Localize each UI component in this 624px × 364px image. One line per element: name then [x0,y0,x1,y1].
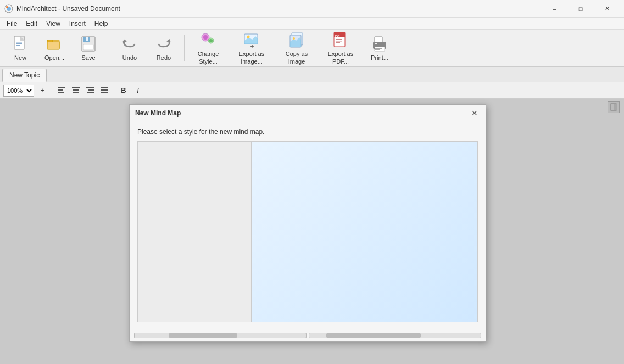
scrollbar-thumb-right [326,333,421,338]
toolbar-copy-image-label: Copy as Image [278,51,315,65]
align-justify-button[interactable] [98,85,110,97]
align-left-button[interactable] [55,85,68,97]
toolbar-save-button[interactable]: Save [73,32,104,64]
toolbar: New Open... Save [0,30,624,67]
toolbar-export-image-button[interactable]: Export as Image... [230,32,274,64]
svg-point-20 [203,35,208,40]
maximize-button[interactable]: □ [568,1,593,17]
canvas-area: New Mind Map ✕ Please select a style for… [0,99,624,364]
main-area: New Mind Map ✕ Please select a style for… [0,99,624,364]
svg-rect-43 [58,89,63,91]
export-pdf-icon: PDF [331,31,350,49]
format-bar: 100% 50% 75% 125% 150% 200% + B I [0,82,624,99]
svg-rect-41 [375,43,377,44]
svg-text:PDF: PDF [335,34,341,37]
toolbar-copy-image-button[interactable]: Copy as Image [276,32,317,64]
dialog-title: New Mind Map [135,109,181,117]
print-icon [370,35,389,54]
app-icon [4,4,13,13]
svg-rect-33 [336,39,342,40]
menu-bar: File Edit View Insert Help [0,18,624,30]
menu-insert[interactable]: Insert [65,19,90,29]
svg-rect-8 [16,43,22,44]
minimize-button[interactable]: – [542,1,567,17]
export-image-icon [242,31,261,49]
svg-rect-44 [58,92,64,93]
menu-help[interactable]: Help [90,19,113,29]
title-bar-left: MindArchitect - Unsaved Document [4,4,120,13]
style-cell-left[interactable] [137,141,251,322]
modal-overlay: New Mind Map ✕ Please select a style for… [0,99,624,364]
horizontal-scrollbar-right[interactable] [309,333,481,338]
toolbar-print-label: Print... [371,54,388,61]
bold-button[interactable]: B [118,85,130,97]
svg-rect-51 [101,87,108,88]
toolbar-new-label: New [14,54,26,61]
toolbar-export-pdf-label: Export as PDF... [322,51,359,65]
toolbar-change-style-button[interactable]: Change Style... [189,32,227,64]
new-icon [10,35,30,54]
dialog-content: Please select a style for the new mind m… [130,121,486,329]
toolbar-export-image-label: Export as Image... [232,51,271,65]
toolbar-new-button[interactable]: New [4,32,36,64]
toolbar-undo-label: Undo [122,54,137,61]
tab-new-topic[interactable]: New Topic [2,69,47,82]
change-style-icon [198,31,218,49]
toolbar-open-button[interactable]: Open... [38,32,70,64]
copy-image-icon [287,31,307,49]
new-mind-map-dialog: New Mind Map ✕ Please select a style for… [129,104,486,342]
save-icon [79,35,98,54]
horizontal-scrollbar-left[interactable] [134,333,307,338]
svg-rect-40 [375,49,380,50]
dialog-description: Please select a style for the new mind m… [137,128,478,136]
svg-rect-9 [16,45,20,46]
align-right-button[interactable] [84,85,96,97]
dialog-title-bar: New Mind Map ✕ [130,105,486,121]
toolbar-save-label: Save [81,54,95,61]
zoom-select[interactable]: 100% 50% 75% 125% 150% 200% [3,85,34,97]
toolbar-sep-2 [184,35,185,61]
window-controls: – □ ✕ [542,1,620,17]
dialog-close-button[interactable]: ✕ [469,108,480,119]
svg-rect-42 [58,87,65,88]
svg-rect-50 [87,92,94,93]
toolbar-undo-button[interactable]: Undo [114,32,146,64]
italic-button[interactable]: I [132,85,144,97]
style-grid [137,141,478,322]
svg-rect-52 [101,89,108,91]
toolbar-open-label: Open... [44,54,64,61]
svg-rect-7 [16,42,22,43]
add-button[interactable]: + [36,85,48,97]
menu-file[interactable]: File [2,19,21,29]
dialog-footer [130,329,486,341]
close-button[interactable]: ✕ [594,1,620,17]
toolbar-print-button[interactable]: Print... [364,32,395,64]
format-sep-2 [114,86,114,96]
svg-rect-53 [101,92,108,93]
redo-icon [154,35,174,54]
svg-rect-48 [86,87,94,88]
svg-rect-16 [83,44,93,50]
align-center-button[interactable] [70,85,82,97]
svg-point-22 [209,39,213,42]
svg-point-2 [6,6,8,8]
svg-rect-46 [73,89,79,91]
svg-rect-35 [336,42,340,43]
toolbar-export-pdf-button[interactable]: PDF Export as PDF... [320,32,361,64]
open-icon [44,35,64,54]
menu-edit[interactable]: Edit [21,19,42,29]
svg-rect-39 [375,48,382,49]
scrollbar-thumb-left [169,333,237,338]
svg-rect-45 [72,87,80,88]
toolbar-change-style-label: Change Style... [191,51,225,65]
toolbar-sep-1 [109,35,109,61]
format-sep-1 [52,86,52,96]
menu-view[interactable]: View [42,19,65,29]
toolbar-redo-button[interactable]: Redo [148,32,180,64]
svg-rect-47 [73,92,79,93]
svg-rect-34 [336,41,342,42]
title-bar: MindArchitect - Unsaved Document – □ ✕ [0,0,624,18]
style-cell-right[interactable] [251,141,478,322]
toolbar-redo-label: Redo [157,54,171,61]
svg-rect-36 [375,37,382,42]
